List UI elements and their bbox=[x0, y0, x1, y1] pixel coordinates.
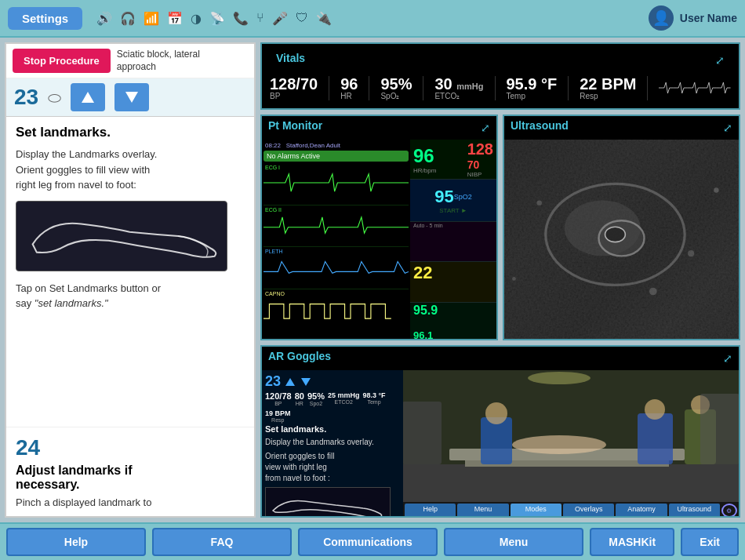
pt-monitor-numerics: 96 HR/bpm 128 70 NIBP bbox=[410, 140, 496, 340]
pt-monitor-panel: Pt Monitor ⤢ 08:22 Stafford,Dean Adult N… bbox=[260, 115, 498, 340]
stop-procedure-button[interactable]: Stop Procedure bbox=[13, 49, 111, 73]
etco2-unit: mmHg bbox=[456, 82, 483, 91]
hr-label: HR bbox=[340, 92, 351, 100]
ecg-trace-1: ECG I bbox=[263, 164, 409, 205]
mashkit-button[interactable]: MASHKit bbox=[590, 528, 674, 556]
ar-modes-btn[interactable]: Modes bbox=[511, 504, 561, 518]
svg-point-11 bbox=[649, 288, 657, 296]
etco2-num: 30 bbox=[434, 75, 452, 93]
svg-marker-1 bbox=[125, 92, 138, 103]
ar-ultrasound-btn[interactable]: Ultrasound bbox=[669, 504, 720, 518]
spo2-label: SpO₂ bbox=[380, 92, 399, 100]
step-up-button[interactable] bbox=[71, 83, 105, 111]
svg-point-8 bbox=[688, 250, 694, 256]
svg-point-9 bbox=[512, 277, 516, 281]
network-icon[interactable]: ⑂ bbox=[256, 11, 264, 25]
vital-hr: 96 HR bbox=[340, 76, 369, 100]
pt-monitor-expand-icon[interactable]: ⤢ bbox=[481, 122, 490, 134]
ar-goggles-title: AR Goggles bbox=[268, 350, 331, 362]
top-bar: Settings 🔊 🎧 📶 📅 ◑ 📡 📞 ⑂ 🎤 🛡 🔌 👤 User Na… bbox=[0, 0, 745, 38]
exit-button[interactable]: Exit bbox=[681, 528, 739, 556]
leg-image bbox=[16, 201, 227, 271]
bp-value: 128/70 bbox=[270, 76, 318, 92]
ar-down-icon bbox=[301, 378, 311, 386]
svg-point-10 bbox=[714, 187, 718, 192]
monitor-spo2-val: 95 bbox=[434, 187, 453, 207]
vitals-title-row: Vitals ⤢ bbox=[270, 49, 731, 72]
volume-icon[interactable]: 🔊 bbox=[96, 11, 112, 26]
avatar: 👤 bbox=[649, 5, 674, 31]
ecg-trace-2: ECG II bbox=[263, 206, 409, 248]
temp-value: 95.9 °F bbox=[507, 76, 558, 92]
pt-monitor-title: Pt Monitor bbox=[268, 119, 322, 132]
monitor-spo2-small: 96.1 bbox=[413, 329, 433, 340]
ultrasound-title: Ultrasound bbox=[511, 119, 569, 132]
ar-settings-icon[interactable]: ⚙ bbox=[721, 504, 737, 518]
pleth-trace: PLETH bbox=[263, 248, 409, 289]
temp-label: Temp bbox=[507, 92, 525, 100]
ar-vital-etco2: 25 mmHg ETCO2 bbox=[328, 391, 360, 406]
svg-point-20 bbox=[645, 399, 665, 420]
help-button[interactable]: Help bbox=[6, 528, 146, 556]
svg-point-18 bbox=[485, 402, 507, 424]
ultrasound-panel: Ultrasound ⤢ bbox=[503, 115, 740, 340]
shield-icon[interactable]: 🛡 bbox=[296, 11, 308, 25]
ar-vital-hr: 80 HR bbox=[295, 391, 304, 406]
svg-point-6 bbox=[605, 227, 626, 242]
ar-vital-bp: 120/78 BP bbox=[265, 391, 292, 406]
plug-icon[interactable]: 🔌 bbox=[316, 11, 332, 26]
capno-trace: CAPNO bbox=[263, 290, 409, 340]
capno-label: CAPNO bbox=[263, 290, 409, 297]
ar-up-icon bbox=[285, 378, 295, 386]
ar-step-title: Set landmarks. bbox=[265, 424, 400, 434]
monitor-etco2-val: 22 bbox=[413, 263, 432, 283]
vitals-row: 128/70 BP 96 HR 95% SpO₂ 30 mmHg ETCO₂ 9… bbox=[270, 72, 731, 104]
step-24-title: Adjust landmarks if necessary. bbox=[16, 464, 245, 492]
patient-info: 08:22 Stafford,Dean Adult bbox=[263, 141, 409, 150]
hr-value: 96 bbox=[340, 76, 358, 92]
svg-rect-23 bbox=[403, 402, 442, 464]
ar-anatomy-btn[interactable]: Anatomy bbox=[616, 504, 667, 518]
monitor-display-area: 08:22 Stafford,Dean Adult No Alarms Acti… bbox=[262, 140, 496, 340]
right-panel: Vitals ⤢ 128/70 BP 96 HR 95% SpO₂ 30 mmH… bbox=[260, 42, 740, 518]
monitor-nibp-sys: 128 bbox=[467, 140, 493, 158]
faq-button[interactable]: FAQ bbox=[152, 528, 292, 556]
menu-button[interactable]: Menu bbox=[444, 528, 583, 556]
mic-icon[interactable]: 🎤 bbox=[272, 11, 288, 26]
ar-camera-feed: Help Menu Modes Overlays Anatomy Ultraso… bbox=[403, 370, 739, 518]
svg-point-7 bbox=[536, 200, 541, 205]
start-button[interactable]: START ► bbox=[439, 207, 467, 214]
monitor-hr-unit: HR/bpm bbox=[413, 167, 436, 174]
calendar-icon[interactable]: 📅 bbox=[167, 11, 183, 26]
spo2-value: 95% bbox=[380, 76, 412, 92]
vitals-panel: Vitals ⤢ 128/70 BP 96 HR 95% SpO₂ 30 mmH… bbox=[260, 42, 740, 110]
step-content: Set landmarks. Display the Landmarks ove… bbox=[6, 117, 254, 427]
phone-icon[interactable]: 📞 bbox=[233, 11, 249, 26]
ar-vital-resp: 19 BPM Resp bbox=[265, 409, 291, 423]
ar-vital-temp: 98.3 °F Temp bbox=[362, 391, 385, 406]
ar-help-btn[interactable]: Help bbox=[405, 504, 456, 518]
settings-button[interactable]: Settings bbox=[8, 7, 82, 30]
resp-value: 22 BPM bbox=[580, 76, 636, 92]
step-down-button[interactable] bbox=[114, 83, 149, 111]
headphones-icon[interactable]: 🎧 bbox=[120, 11, 136, 26]
ultrasound-expand-icon[interactable]: ⤢ bbox=[723, 122, 732, 134]
ultrasound-image bbox=[504, 140, 739, 340]
ar-goggles-content: 23 120/78 BP 80 HR bbox=[262, 370, 739, 518]
signal-icon[interactable]: 📶 bbox=[144, 11, 159, 26]
contrast-icon[interactable]: ◑ bbox=[191, 11, 202, 26]
monitor-nibp-auto-block: Auto - 5 min bbox=[410, 222, 496, 262]
step-24-desc: Pinch a displayed landmark to bbox=[16, 496, 245, 508]
step-24: 24 Adjust landmarks if necessary. Pinch … bbox=[6, 427, 254, 516]
ar-overlays-btn[interactable]: Overlays bbox=[563, 504, 614, 518]
bp-label: BP bbox=[270, 92, 280, 100]
vitals-expand-icon[interactable]: ⤢ bbox=[715, 54, 725, 67]
ar-menu-btn[interactable]: Menu bbox=[457, 504, 508, 518]
ar-description2: Orient goggles to fill view with right l… bbox=[265, 451, 400, 484]
ar-goggles-expand-icon[interactable]: ⤢ bbox=[723, 352, 732, 365]
bottom-bar: Help FAQ Communications Menu MASHKit Exi… bbox=[0, 522, 745, 560]
pt-monitor-title-row: Pt Monitor ⤢ bbox=[262, 116, 496, 140]
rss-icon[interactable]: 📡 bbox=[209, 11, 225, 26]
communications-button[interactable]: Communications bbox=[298, 528, 438, 556]
monitor-temp-spo2-block: 95.9 96.1 bbox=[410, 303, 496, 340]
